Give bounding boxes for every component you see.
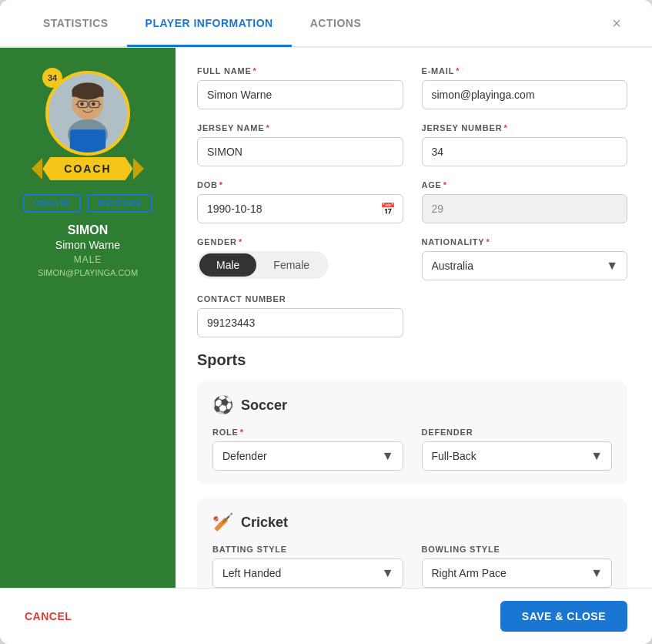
jersey-name-input[interactable] xyxy=(197,137,403,166)
row-contact: CONTACT NUMBER xyxy=(197,294,627,337)
cricket-bowling-group: BOWLING STYLE Right Arm Pace Left Arm Pa… xyxy=(422,545,613,588)
gender-female-button[interactable]: Female xyxy=(256,253,326,277)
sidebar-action-buttons: UPDATE RESTORE xyxy=(23,194,152,213)
modal-header: STATISTICS PLAYER INFORMATION ACTIONS × xyxy=(0,0,652,48)
contact-input[interactable] xyxy=(197,308,403,337)
cricket-batting-select-wrapper: Left Handed Right Handed ▼ xyxy=(212,558,403,588)
tab-statistics[interactable]: STATISTICS xyxy=(25,2,127,47)
sidebar-email: SIMON@PLAYINGA.COM xyxy=(38,268,138,277)
soccer-sub-group: DEFENDER Full-Back Centre-Back Sweeper ▼ xyxy=(422,428,613,471)
svg-line-11 xyxy=(99,104,102,105)
modal: STATISTICS PLAYER INFORMATION ACTIONS × … xyxy=(0,0,652,644)
group-age: AGE* xyxy=(422,180,628,223)
group-jersey-number: JERSEY NUMBER* xyxy=(422,123,628,166)
soccer-sub-select[interactable]: Full-Back Centre-Back Sweeper xyxy=(422,441,613,471)
group-email: E-MAIL* xyxy=(422,66,628,109)
cancel-button[interactable]: CANCEL xyxy=(25,610,72,622)
tab-player-information[interactable]: PLAYER INFORMATION xyxy=(127,2,292,47)
cricket-icon: 🏏 xyxy=(212,512,233,532)
cricket-header: 🏏 Cricket xyxy=(212,512,612,532)
gender-label: GENDER* xyxy=(197,237,403,247)
age-input xyxy=(422,194,628,223)
email-label: E-MAIL* xyxy=(422,66,628,75)
group-gender: GENDER* Male Female xyxy=(197,237,403,280)
contact-label: CONTACT NUMBER xyxy=(197,294,403,304)
sidebar-username: SIMON xyxy=(68,223,108,237)
soccer-icon: ⚽ xyxy=(212,395,233,415)
cricket-bowling-label: BOWLING STYLE xyxy=(422,545,613,554)
cricket-name: Cricket xyxy=(241,515,288,531)
cricket-bowling-select-wrapper: Right Arm Pace Left Arm Pace Off Spin Le… xyxy=(422,558,613,588)
avatar-image xyxy=(48,74,127,153)
sidebar: 34 xyxy=(0,48,176,588)
soccer-role-select-wrapper: Defender Midfielder Forward Goalkeeper ▼ xyxy=(212,441,403,471)
age-label: AGE* xyxy=(422,180,628,190)
svg-point-5 xyxy=(80,102,84,106)
soccer-sub-label: DEFENDER xyxy=(422,428,613,437)
cricket-bowling-select[interactable]: Right Arm Pace Left Arm Pace Off Spin Le… xyxy=(422,558,613,588)
soccer-fields: ROLE* Defender Midfielder Forward Goalke… xyxy=(212,428,612,471)
cricket-card: 🏏 Cricket BATTING STYLE Left Handed Righ… xyxy=(197,498,627,588)
svg-line-10 xyxy=(75,104,78,105)
svg-point-6 xyxy=(92,102,95,106)
row-dob-age: DOB* 📅 AGE* xyxy=(197,180,627,223)
group-jersey-name: JERSEY NAME* xyxy=(197,123,403,166)
sports-section-title: Sports xyxy=(197,351,627,369)
soccer-header: ⚽ Soccer xyxy=(212,395,612,415)
group-contact: CONTACT NUMBER xyxy=(197,294,403,337)
modal-footer: CANCEL SAVE & CLOSE xyxy=(0,588,652,644)
close-button[interactable]: × xyxy=(606,12,627,35)
cricket-batting-label: BATTING STYLE xyxy=(212,545,403,554)
group-nationality: NATIONALITY* Australia England India USA… xyxy=(422,237,628,280)
update-button[interactable]: UPDATE xyxy=(23,194,81,213)
soccer-role-group: ROLE* Defender Midfielder Forward Goalke… xyxy=(212,428,403,471)
svg-rect-12 xyxy=(70,129,105,153)
email-input[interactable] xyxy=(422,80,628,109)
avatar-container: 34 xyxy=(45,71,130,156)
nationality-select-wrapper: Australia England India USA ▼ xyxy=(422,251,628,280)
soccer-name: Soccer xyxy=(241,397,287,414)
group-dob: DOB* 📅 xyxy=(197,180,403,223)
tab-actions[interactable]: ACTIONS xyxy=(292,2,380,47)
dob-wrapper: 📅 xyxy=(197,194,403,223)
calendar-icon[interactable]: 📅 xyxy=(380,202,396,216)
nationality-select[interactable]: Australia England India USA xyxy=(422,251,628,280)
group-full-name: FULL NAME* xyxy=(197,66,403,109)
cricket-fields: BATTING STYLE Left Handed Right Handed ▼… xyxy=(212,545,612,588)
jersey-number-label: JERSEY NUMBER* xyxy=(422,123,628,132)
restore-button[interactable]: RESTORE xyxy=(87,194,152,213)
soccer-role-label: ROLE* xyxy=(212,428,403,437)
dob-input[interactable] xyxy=(197,194,403,223)
modal-body: 34 xyxy=(0,48,652,588)
svg-rect-4 xyxy=(72,89,104,96)
jersey-name-label: JERSEY NAME* xyxy=(197,123,403,132)
sidebar-fullname: Simon Warne xyxy=(55,239,120,251)
gender-male-button[interactable]: Male xyxy=(199,253,256,277)
avatar-badge: 34 xyxy=(42,68,62,88)
row-name-email: FULL NAME* E-MAIL* xyxy=(197,66,627,109)
cricket-batting-select[interactable]: Left Handed Right Handed xyxy=(212,558,403,588)
full-name-input[interactable] xyxy=(197,80,403,109)
role-banner: COACH xyxy=(42,157,132,180)
soccer-card: ⚽ Soccer ROLE* Defender Midfielder Forwa… xyxy=(197,381,627,485)
row-gender-nationality: GENDER* Male Female NATIONALITY* Austral… xyxy=(197,237,627,280)
nationality-label: NATIONALITY* xyxy=(422,237,628,247)
gender-toggle: Male Female xyxy=(197,251,329,279)
soccer-role-select[interactable]: Defender Midfielder Forward Goalkeeper xyxy=(212,441,403,471)
dob-label: DOB* xyxy=(197,180,403,190)
save-close-button[interactable]: SAVE & CLOSE xyxy=(500,601,627,632)
soccer-sub-select-wrapper: Full-Back Centre-Back Sweeper ▼ xyxy=(422,441,613,471)
full-name-label: FULL NAME* xyxy=(197,66,403,75)
cricket-batting-group: BATTING STYLE Left Handed Right Handed ▼ xyxy=(212,545,403,588)
jersey-number-input[interactable] xyxy=(422,137,628,166)
sidebar-gender: MALE xyxy=(74,254,102,265)
main-content: FULL NAME* E-MAIL* JERSEY NAME* xyxy=(176,48,652,588)
row-jersey: JERSEY NAME* JERSEY NUMBER* xyxy=(197,123,627,166)
